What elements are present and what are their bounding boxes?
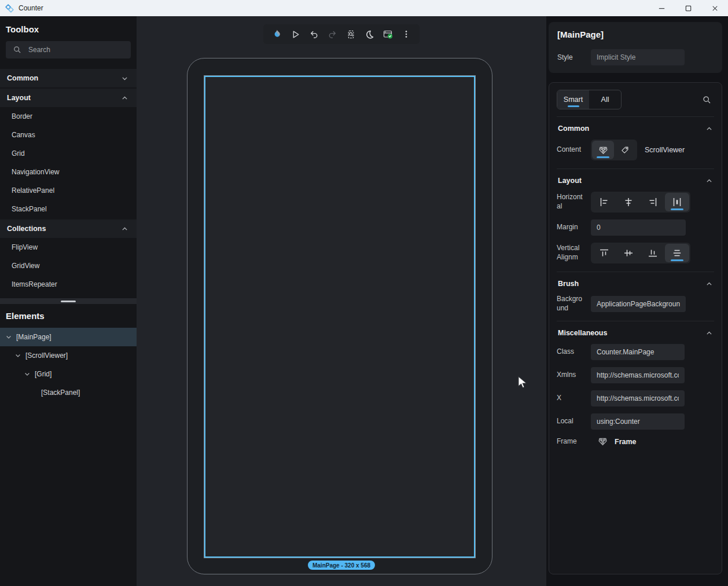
section-layout-label: Layout — [558, 177, 582, 185]
search-input[interactable] — [28, 46, 109, 54]
toolbox-title: Toolbox — [0, 16, 137, 34]
x-input[interactable] — [591, 390, 685, 406]
class-input[interactable] — [591, 344, 685, 360]
background-input[interactable] — [591, 296, 686, 312]
halign-left-button[interactable] — [592, 193, 616, 211]
tree-row-scrollviewer[interactable]: [ScrollViewer] — [0, 346, 137, 365]
page-design-surface[interactable] — [204, 75, 476, 558]
mouse-cursor — [517, 376, 528, 389]
selected-underline — [671, 208, 683, 210]
content-label: Content — [557, 145, 583, 155]
splitter-grip — [61, 301, 76, 302]
toolbox-item-gridview[interactable]: GridView — [0, 257, 137, 275]
content-element-mode-button[interactable] — [592, 141, 614, 159]
panel-splitter[interactable] — [0, 298, 137, 304]
chevron-down-icon — [121, 75, 128, 82]
section-common-label: Common — [558, 124, 589, 133]
selected-underline — [597, 156, 609, 158]
section-layout: Layout Horizontal — [557, 169, 714, 263]
section-brush-label: Brush — [558, 280, 579, 288]
tree-label: [ScrollViewer] — [25, 351, 68, 360]
frame-value[interactable]: Frame — [615, 438, 637, 446]
section-label: Common — [7, 74, 38, 82]
tree-row-stackpanel[interactable]: [StackPanel] — [0, 383, 137, 402]
section-brush: Brush Background — [557, 272, 714, 313]
class-label: Class — [557, 347, 583, 357]
app-logo-icon — [5, 3, 14, 13]
hot-reload-flame-icon[interactable] — [271, 28, 282, 40]
connection-ok-icon[interactable] — [382, 28, 394, 40]
chevron-up-icon — [121, 225, 128, 233]
horizontal-alignment-label: Horizontal — [557, 193, 583, 211]
x-label: X — [557, 394, 583, 403]
undo-button[interactable] — [308, 28, 319, 40]
local-input[interactable] — [591, 413, 685, 430]
tab-all[interactable]: All — [589, 90, 621, 109]
toolbox-item-relativepanel[interactable]: RelativePanel — [0, 181, 137, 200]
properties-search-icon[interactable] — [702, 95, 712, 105]
search-icon — [13, 45, 22, 54]
vertical-alignment-group — [591, 243, 690, 263]
toolbox-item-navigationview[interactable]: NavigationView — [0, 163, 137, 181]
halign-stretch-button[interactable] — [665, 193, 689, 211]
valign-stretch-button[interactable] — [665, 244, 689, 262]
design-canvas[interactable]: MainPage - 320 x 568 — [137, 16, 546, 586]
elements-title: Elements — [0, 304, 137, 321]
tree-row-grid[interactable]: [Grid] — [0, 365, 137, 383]
toolbox-item-flipview[interactable]: FlipView — [0, 238, 137, 257]
left-sidebar: Toolbox Common Layout Border Canvas Grid… — [0, 16, 137, 586]
tree-label: [MainPage] — [16, 333, 52, 341]
toolbox-section-common[interactable]: Common — [0, 69, 137, 87]
toolbox-item-border[interactable]: Border — [0, 107, 137, 126]
xmlns-label: Xmlns — [557, 371, 583, 380]
content-value: ScrollViewer — [645, 146, 685, 154]
tree-row-mainpage[interactable]: [MainPage] — [0, 328, 137, 346]
style-input[interactable] — [591, 49, 685, 65]
horizontal-alignment-group — [591, 192, 690, 213]
section-common: Common Content — [557, 116, 714, 160]
tab-smart[interactable]: Smart — [557, 90, 589, 109]
toolbox-item-itemsrepeater[interactable]: ItemsRepeater — [0, 275, 137, 294]
selection-outline — [204, 76, 475, 558]
close-button[interactable] — [701, 0, 728, 16]
chevron-up-icon[interactable] — [705, 329, 713, 337]
section-label: Collections — [7, 225, 46, 233]
vertical-alignment-label: Vertical Alignm — [557, 244, 583, 262]
chevron-down-icon[interactable] — [5, 334, 12, 340]
chevron-down-icon[interactable] — [14, 352, 21, 359]
minimize-button[interactable] — [648, 0, 675, 16]
valign-center-button[interactable] — [616, 244, 641, 262]
selected-element-title: [MainPage] — [557, 30, 714, 39]
chevron-up-icon[interactable] — [705, 280, 713, 288]
halign-right-button[interactable] — [641, 193, 665, 211]
chevron-down-icon[interactable] — [24, 371, 31, 378]
toolbox-item-stackpanel[interactable]: StackPanel — [0, 200, 137, 218]
style-label: Style — [557, 53, 591, 61]
frame-label: Frame — [557, 437, 583, 446]
margin-input[interactable] — [591, 219, 686, 236]
active-tab-underline — [568, 105, 579, 107]
halign-center-button[interactable] — [616, 193, 641, 211]
toolbox-search[interactable] — [6, 41, 131, 58]
redo-button[interactable] — [326, 28, 338, 40]
maximize-button[interactable] — [675, 0, 701, 16]
properties-panel: [MainPage] Style Smart All — [546, 16, 728, 586]
toolbox-item-canvas[interactable]: Canvas — [0, 126, 137, 144]
toolbox-section-collections[interactable]: Collections — [0, 219, 137, 238]
toolbox-item-grid[interactable]: Grid — [0, 144, 137, 163]
valign-top-button[interactable] — [592, 244, 616, 262]
xmlns-input[interactable] — [591, 367, 685, 383]
more-options-icon[interactable] — [400, 28, 412, 40]
device-preview-icon[interactable] — [345, 28, 356, 40]
section-label: Layout — [7, 94, 31, 102]
play-button[interactable] — [289, 28, 301, 40]
local-label: Local — [557, 417, 583, 426]
chevron-up-icon — [121, 94, 128, 102]
toolbox-section-layout[interactable]: Layout — [0, 89, 137, 107]
content-tag-mode-button[interactable] — [614, 141, 636, 159]
valign-bottom-button[interactable] — [641, 244, 665, 262]
selected-element-card: [MainPage] Style — [549, 22, 722, 73]
chevron-up-icon[interactable] — [705, 177, 713, 185]
theme-toggle-moon-icon[interactable] — [363, 28, 375, 40]
chevron-up-icon[interactable] — [705, 125, 713, 133]
